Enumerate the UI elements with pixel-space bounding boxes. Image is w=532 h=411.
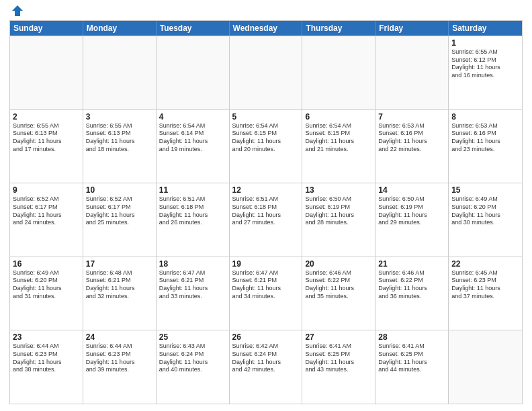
cell-details: Sunrise: 6:45 AM Sunset: 6:23 PM Dayligh… (451, 269, 519, 301)
day-number: 18 (159, 259, 226, 269)
day-number: 19 (232, 259, 300, 269)
header (9, 7, 523, 16)
cell-details: Sunrise: 6:55 AM Sunset: 6:13 PM Dayligh… (13, 122, 80, 154)
day-number: 26 (232, 332, 300, 342)
cell-details: Sunrise: 6:44 AM Sunset: 6:23 PM Dayligh… (13, 342, 80, 374)
day-number: 4 (159, 112, 226, 122)
calendar-cell-empty-0-2 (157, 36, 230, 109)
cell-details: Sunrise: 6:53 AM Sunset: 6:16 PM Dayligh… (451, 122, 519, 154)
calendar-cell-21: 21Sunrise: 6:46 AM Sunset: 6:22 PM Dayli… (375, 257, 449, 330)
calendar-cell-empty-0-3 (230, 36, 303, 109)
calendar-cell-13: 13Sunrise: 6:50 AM Sunset: 6:19 PM Dayli… (302, 183, 375, 257)
calendar-week-2: 9Sunrise: 6:52 AM Sunset: 6:17 PM Daylig… (10, 183, 522, 257)
cell-details: Sunrise: 6:46 AM Sunset: 6:22 PM Dayligh… (378, 269, 445, 301)
calendar-cell-17: 17Sunrise: 6:48 AM Sunset: 6:21 PM Dayli… (83, 257, 157, 330)
calendar-cell-6: 6Sunrise: 6:54 AM Sunset: 6:15 PM Daylig… (302, 110, 375, 183)
cell-details: Sunrise: 6:49 AM Sunset: 6:20 PM Dayligh… (13, 269, 80, 301)
calendar-cell-3: 3Sunrise: 6:55 AM Sunset: 6:13 PM Daylig… (83, 110, 157, 183)
day-number: 20 (305, 259, 372, 269)
calendar-cell-28: 28Sunrise: 6:41 AM Sunset: 6:25 PM Dayli… (375, 330, 449, 404)
day-number: 9 (13, 185, 80, 195)
day-number: 10 (86, 185, 153, 195)
day-number: 24 (86, 332, 153, 342)
calendar-cell-22: 22Sunrise: 6:45 AM Sunset: 6:23 PM Dayli… (449, 257, 522, 330)
calendar-cell-9: 9Sunrise: 6:52 AM Sunset: 6:17 PM Daylig… (10, 183, 83, 257)
calendar-cell-26: 26Sunrise: 6:42 AM Sunset: 6:24 PM Dayli… (230, 330, 303, 404)
calendar-cell-10: 10Sunrise: 6:52 AM Sunset: 6:17 PM Dayli… (83, 183, 157, 257)
calendar-body: 1Sunrise: 6:55 AM Sunset: 6:12 PM Daylig… (10, 36, 522, 404)
calendar-cell-8: 8Sunrise: 6:53 AM Sunset: 6:16 PM Daylig… (449, 110, 522, 183)
cell-details: Sunrise: 6:44 AM Sunset: 6:23 PM Dayligh… (86, 342, 153, 374)
day-number: 13 (305, 185, 372, 195)
cell-details: Sunrise: 6:41 AM Sunset: 6:25 PM Dayligh… (378, 342, 445, 374)
logo (9, 7, 24, 16)
cell-details: Sunrise: 6:50 AM Sunset: 6:19 PM Dayligh… (305, 195, 372, 227)
day-number: 22 (451, 259, 519, 269)
calendar-header-sunday: Sunday (10, 21, 83, 36)
day-number: 17 (86, 259, 153, 269)
calendar-cell-18: 18Sunrise: 6:47 AM Sunset: 6:21 PM Dayli… (157, 257, 230, 330)
cell-details: Sunrise: 6:51 AM Sunset: 6:18 PM Dayligh… (232, 195, 300, 227)
day-number: 7 (378, 112, 445, 122)
day-number: 27 (305, 332, 372, 342)
calendar-cell-19: 19Sunrise: 6:47 AM Sunset: 6:21 PM Dayli… (230, 257, 303, 330)
calendar-cell-7: 7Sunrise: 6:53 AM Sunset: 6:16 PM Daylig… (375, 110, 449, 183)
calendar-cell-empty-4-6 (449, 330, 522, 404)
calendar-header-saturday: Saturday (449, 21, 522, 36)
calendar-cell-1: 1Sunrise: 6:55 AM Sunset: 6:12 PM Daylig… (449, 36, 522, 109)
cell-details: Sunrise: 6:51 AM Sunset: 6:18 PM Dayligh… (159, 195, 226, 227)
calendar-week-3: 16Sunrise: 6:49 AM Sunset: 6:20 PM Dayli… (10, 257, 522, 330)
cell-details: Sunrise: 6:43 AM Sunset: 6:24 PM Dayligh… (159, 342, 226, 374)
day-number: 14 (378, 185, 445, 195)
page: SundayMondayTuesdayWednesdayThursdayFrid… (0, 0, 532, 411)
calendar-cell-2: 2Sunrise: 6:55 AM Sunset: 6:13 PM Daylig… (10, 110, 83, 183)
calendar-cell-24: 24Sunrise: 6:44 AM Sunset: 6:23 PM Dayli… (83, 330, 157, 404)
day-number: 2 (13, 112, 80, 122)
calendar-cell-23: 23Sunrise: 6:44 AM Sunset: 6:23 PM Dayli… (10, 330, 83, 404)
cell-details: Sunrise: 6:42 AM Sunset: 6:24 PM Dayligh… (232, 342, 300, 374)
calendar-cell-16: 16Sunrise: 6:49 AM Sunset: 6:20 PM Dayli… (10, 257, 83, 330)
cell-details: Sunrise: 6:46 AM Sunset: 6:22 PM Dayligh… (305, 269, 372, 301)
calendar-header-row: SundayMondayTuesdayWednesdayThursdayFrid… (10, 21, 522, 36)
calendar: SundayMondayTuesdayWednesdayThursdayFrid… (9, 20, 523, 404)
day-number: 12 (232, 185, 300, 195)
cell-details: Sunrise: 6:54 AM Sunset: 6:14 PM Dayligh… (159, 122, 226, 154)
calendar-header-friday: Friday (375, 21, 449, 36)
cell-details: Sunrise: 6:54 AM Sunset: 6:15 PM Dayligh… (232, 122, 300, 154)
calendar-cell-empty-0-4 (302, 36, 375, 109)
day-number: 11 (159, 185, 226, 195)
cell-details: Sunrise: 6:53 AM Sunset: 6:16 PM Dayligh… (378, 122, 445, 154)
calendar-header-tuesday: Tuesday (157, 21, 230, 36)
calendar-header-thursday: Thursday (302, 21, 375, 36)
calendar-cell-4: 4Sunrise: 6:54 AM Sunset: 6:14 PM Daylig… (157, 110, 230, 183)
calendar-cell-empty-0-0 (10, 36, 83, 109)
calendar-cell-20: 20Sunrise: 6:46 AM Sunset: 6:22 PM Dayli… (302, 257, 375, 330)
calendar-week-0: 1Sunrise: 6:55 AM Sunset: 6:12 PM Daylig… (10, 36, 522, 109)
calendar-cell-14: 14Sunrise: 6:50 AM Sunset: 6:19 PM Dayli… (375, 183, 449, 257)
day-number: 6 (305, 112, 372, 122)
cell-details: Sunrise: 6:41 AM Sunset: 6:25 PM Dayligh… (305, 342, 372, 374)
day-number: 8 (451, 112, 519, 122)
cell-details: Sunrise: 6:55 AM Sunset: 6:12 PM Dayligh… (451, 48, 519, 80)
cell-details: Sunrise: 6:54 AM Sunset: 6:15 PM Dayligh… (305, 122, 372, 154)
day-number: 25 (159, 332, 226, 342)
day-number: 23 (13, 332, 80, 342)
day-number: 5 (232, 112, 300, 122)
calendar-cell-15: 15Sunrise: 6:49 AM Sunset: 6:20 PM Dayli… (449, 183, 522, 257)
calendar-cell-11: 11Sunrise: 6:51 AM Sunset: 6:18 PM Dayli… (157, 183, 230, 257)
day-number: 3 (86, 112, 153, 122)
cell-details: Sunrise: 6:49 AM Sunset: 6:20 PM Dayligh… (451, 195, 519, 227)
calendar-cell-5: 5Sunrise: 6:54 AM Sunset: 6:15 PM Daylig… (230, 110, 303, 183)
calendar-cell-25: 25Sunrise: 6:43 AM Sunset: 6:24 PM Dayli… (157, 330, 230, 404)
day-number: 28 (378, 332, 445, 342)
day-number: 15 (451, 185, 519, 195)
calendar-week-1: 2Sunrise: 6:55 AM Sunset: 6:13 PM Daylig… (10, 109, 522, 183)
calendar-cell-27: 27Sunrise: 6:41 AM Sunset: 6:25 PM Dayli… (302, 330, 375, 404)
calendar-week-4: 23Sunrise: 6:44 AM Sunset: 6:23 PM Dayli… (10, 330, 522, 404)
calendar-cell-12: 12Sunrise: 6:51 AM Sunset: 6:18 PM Dayli… (230, 183, 303, 257)
cell-details: Sunrise: 6:50 AM Sunset: 6:19 PM Dayligh… (378, 195, 445, 227)
cell-details: Sunrise: 6:52 AM Sunset: 6:17 PM Dayligh… (86, 195, 153, 227)
day-number: 16 (13, 259, 80, 269)
calendar-header-wednesday: Wednesday (230, 21, 303, 36)
cell-details: Sunrise: 6:48 AM Sunset: 6:21 PM Dayligh… (86, 269, 153, 301)
